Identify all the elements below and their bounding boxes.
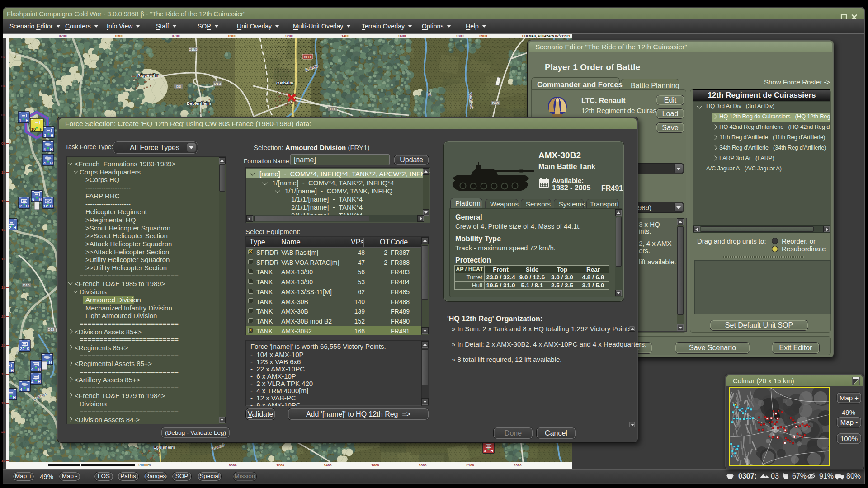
svg-text:H: H — [491, 449, 494, 453]
svg-text:22: 22 — [9, 225, 11, 230]
svg-text:4: 4 — [31, 380, 33, 384]
svg-text:H: H — [13, 395, 16, 400]
svg-text:H: H — [50, 147, 53, 152]
svg-text:4: 4 — [20, 387, 22, 392]
svg-text:H: H — [49, 360, 52, 365]
svg-text:---: --- — [10, 394, 12, 396]
svg-text:---: --- — [23, 202, 25, 205]
svg-text:---: --- — [35, 366, 37, 368]
svg-text:H: H — [40, 127, 43, 131]
svg-text:---: --- — [23, 117, 25, 119]
svg-text:H: H — [50, 204, 53, 208]
svg-text:---: --- — [36, 126, 38, 128]
svg-text:---: --- — [10, 224, 13, 226]
svg-text:6: 6 — [32, 197, 34, 202]
svg-text:3: 3 — [484, 449, 486, 453]
svg-text:---: --- — [36, 196, 38, 198]
svg-text:H: H — [51, 133, 54, 138]
svg-text:4: 4 — [43, 147, 46, 152]
svg-text:H: H — [39, 197, 42, 202]
svg-text:---: --- — [35, 378, 37, 380]
svg-text:H: H — [11, 368, 14, 373]
svg-text:2: 2 — [19, 204, 22, 208]
svg-text:H: H — [38, 367, 41, 371]
svg-text:---: --- — [24, 345, 26, 347]
svg-text:---: --- — [47, 160, 49, 162]
svg-text:4: 4 — [31, 367, 33, 371]
svg-text:---: --- — [47, 132, 50, 134]
svg-text:12: 12 — [43, 204, 48, 208]
svg-text:---: --- — [47, 202, 49, 205]
svg-text:---: --- — [47, 146, 49, 148]
svg-text:H: H — [38, 380, 41, 384]
svg-text:H: H — [50, 161, 53, 165]
svg-text:3: 3 — [44, 133, 46, 138]
svg-text:S: S — [27, 347, 29, 351]
svg-text:1: 1 — [19, 118, 21, 123]
svg-text:H: H — [27, 387, 30, 392]
svg-text:H: H — [26, 118, 29, 123]
svg-text:4: 4 — [43, 161, 46, 165]
svg-text:---: --- — [24, 386, 26, 388]
svg-text:---: --- — [46, 359, 48, 361]
svg-text:H: H — [26, 204, 29, 208]
svg-text:H: H — [14, 225, 17, 230]
svg-text:---: --- — [487, 447, 490, 450]
svg-text:10: 10 — [31, 127, 36, 131]
svg-text:22: 22 — [20, 347, 24, 351]
